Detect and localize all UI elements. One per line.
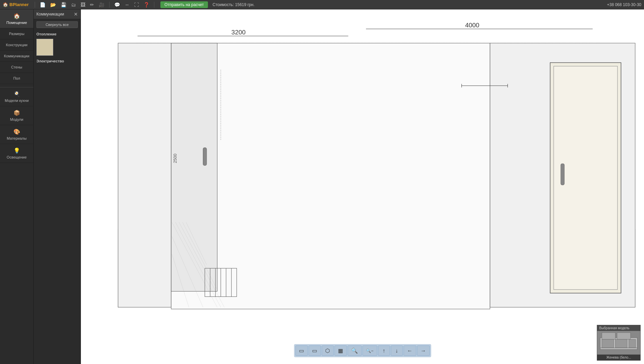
tool-open-file[interactable]: 📂: [49, 1, 57, 8]
pan-left-button[interactable]: ←: [403, 345, 416, 356]
steny-label: Стены: [11, 65, 22, 69]
sidebar-item-steny[interactable]: Стены: [0, 62, 33, 73]
pomeschenie-icon: 🏠: [13, 13, 20, 19]
tool-pencil[interactable]: ✏: [89, 1, 95, 8]
svg-rect-133: [617, 333, 631, 339]
materialy-icon: 🎨: [13, 129, 20, 135]
modeli-kuhni-icon: 🍳: [13, 91, 20, 97]
panel-header: Коммуникации ✕: [34, 9, 81, 19]
selected-model-thumbnail: [597, 331, 640, 355]
tool-save-as[interactable]: 🗂: [70, 1, 77, 8]
svg-rect-109: [561, 164, 564, 185]
svg-text:4000: 4000: [465, 22, 479, 29]
sidebar: 🏠 Помещение Размеры Конструкции Коммуник…: [0, 9, 34, 364]
svg-rect-111: [203, 148, 207, 166]
topbar: 🏠 BPlanner 📄 📂 💾 🗂 🖼 ✏ 🎥 💬 ↔ ⛶ ❓ Отправи…: [0, 0, 644, 9]
svg-rect-106: [171, 43, 490, 309]
tool-arrows[interactable]: ↔: [123, 1, 131, 8]
panel-group-elektrichestvo: Электричество: [34, 57, 81, 64]
app-name: BPlanner: [9, 2, 29, 7]
communications-panel: Коммуникации ✕ Свернуть все Отопление Эл…: [34, 9, 81, 364]
logo-icon: 🏠: [3, 2, 8, 7]
konstruktsii-label: Конструкции: [6, 43, 27, 47]
tool-chat[interactable]: 💬: [113, 1, 121, 8]
selected-model-title: Выбранная модель: [597, 325, 640, 331]
tool-video[interactable]: 🎥: [97, 1, 106, 8]
svg-rect-132: [602, 333, 615, 339]
panel-title: Коммуникации: [36, 12, 64, 17]
pan-down-button[interactable]: ↓: [391, 345, 403, 356]
sidebar-item-osveschenie[interactable]: 💡 Освещение: [0, 144, 33, 163]
view-plan-button[interactable]: ▦: [334, 345, 347, 356]
tool-new-file[interactable]: 📄: [38, 1, 47, 8]
3d-viewport[interactable]: 3200 4000 900 600 400 300 600 300 400 60…: [81, 9, 644, 364]
sidebar-divider: [0, 84, 33, 87]
tool-expand[interactable]: ⛶: [133, 1, 140, 8]
svg-rect-136: [629, 339, 636, 348]
view-front-button[interactable]: ▭: [295, 345, 308, 356]
divider-3: [154, 2, 154, 8]
razmery-label: Размеры: [9, 32, 25, 36]
app-logo: 🏠 BPlanner: [3, 2, 29, 7]
sidebar-item-pol[interactable]: Пол: [0, 73, 33, 84]
zoom-out-button[interactable]: 🔍−: [362, 345, 377, 356]
view-3d-button[interactable]: ⬡: [321, 345, 334, 356]
send-to-calculation-button[interactable]: Отправить на расчет: [160, 1, 208, 8]
sidebar-item-kommunikatsii[interactable]: Коммуникации: [0, 51, 33, 62]
main-area: 🏠 Помещение Размеры Конструкции Коммуник…: [0, 9, 644, 364]
panel-group-otoplenie: Отопление: [34, 30, 81, 37]
phone-label: +38 068 103-30-30: [607, 2, 641, 7]
kommunikatsii-label: Коммуникации: [4, 54, 29, 58]
kitchen-3d-drawing: 3200 4000 900 600 400 300 600 300 400 60…: [81, 9, 644, 364]
sidebar-item-pomeschenie[interactable]: 🏠 Помещение: [0, 9, 33, 28]
svg-rect-110: [171, 43, 217, 291]
pan-up-button[interactable]: ↑: [378, 345, 390, 356]
collapse-all-button[interactable]: Свернуть все: [36, 21, 78, 28]
divider-1: [35, 2, 35, 8]
tool-save[interactable]: 💾: [59, 1, 68, 8]
zoom-in-button[interactable]: 🔍: [347, 345, 362, 356]
osveschenie-label: Освещение: [7, 155, 27, 159]
svg-marker-104: [118, 43, 171, 307]
osveschenie-icon: 💡: [13, 147, 20, 154]
sidebar-item-materialy[interactable]: 🎨 Материалы: [0, 125, 33, 144]
sidebar-item-konstruktsii[interactable]: Конструкции: [0, 39, 33, 51]
view-side-button[interactable]: ▭: [308, 345, 321, 356]
sidebar-label-pomeschenie: Помещение: [6, 21, 27, 25]
tool-image[interactable]: 🖼: [79, 1, 87, 8]
pan-right-button[interactable]: →: [417, 345, 430, 356]
sidebar-item-moduli[interactable]: 📦 Модули: [0, 106, 33, 125]
pol-label: Пол: [13, 76, 20, 80]
sidebar-item-modeli-kuhni[interactable]: 🍳 Модели кухни: [0, 87, 33, 106]
selected-model-name: Женева (бело...: [597, 355, 640, 360]
svg-text:3200: 3200: [232, 29, 246, 36]
moduli-icon: 📦: [13, 110, 20, 116]
svg-rect-134: [602, 339, 614, 348]
materialy-label: Материалы: [7, 136, 27, 140]
selected-model-panel: Выбранная модель Женева (бело...: [597, 325, 641, 361]
bottom-toolbar: ▭ ▭ ⬡ ▦ 🔍 🔍− ↑ ↓ ← →: [294, 344, 431, 357]
sidebar-item-razmery[interactable]: Размеры: [0, 28, 33, 39]
otoplenie-swatch[interactable]: [36, 39, 53, 56]
divider-2: [109, 2, 110, 8]
svg-rect-135: [615, 339, 627, 348]
panel-close-button[interactable]: ✕: [74, 11, 78, 17]
svg-text:2500: 2500: [173, 153, 178, 163]
cost-label: Стоимость: 15619 грн.: [213, 2, 254, 7]
tool-help[interactable]: ❓: [142, 1, 151, 8]
modeli-kuhni-label: Модели кухни: [5, 99, 29, 103]
moduli-label: Модули: [10, 117, 23, 121]
